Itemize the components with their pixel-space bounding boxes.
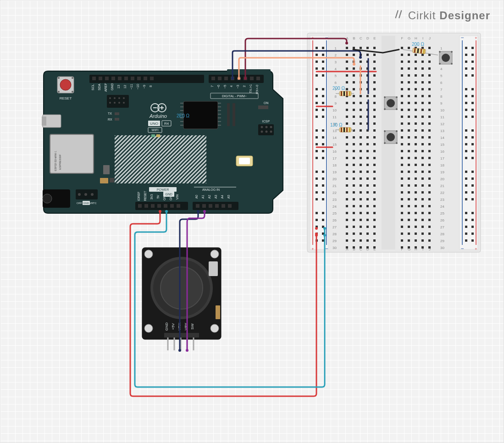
svg-rect-589 [421,239,424,242]
svg-rect-456 [415,164,417,166]
svg-point-95 [114,97,116,99]
svg-rect-354 [353,109,355,111]
svg-text:11: 11 [440,115,444,119]
svg-rect-438 [353,157,355,159]
svg-rect-161 [322,102,324,104]
svg-rect-597 [373,246,376,249]
svg-rect-397 [421,129,424,132]
pin-reset: RESET [144,191,147,201]
svg-rect-636 [343,127,345,132]
svg-rect-25 [250,77,254,80]
svg-text:23: 23 [440,198,444,202]
svg-text:30: 30 [440,246,444,250]
svg-rect-629 [341,91,342,96]
svg-rect-468 [415,171,417,173]
svg-rect-373 [421,116,424,118]
svg-rect-428 [366,150,369,152]
svg-rect-321 [373,88,376,90]
svg-rect-210 [465,198,467,200]
pin-3v3: 3V3 [150,194,153,199]
svg-rect-463 [360,171,362,173]
svg-rect-178 [465,136,467,138]
svg-rect-419 [408,143,410,145]
bb-col-b: B [353,36,355,40]
svg-rect-571 [360,233,362,235]
svg-rect-487 [360,184,362,187]
svg-rect-159 [471,95,474,97]
svg-text:16: 16 [440,150,444,154]
svg-rect-155 [471,88,474,90]
svg-rect-527 [408,205,410,207]
svg-point-607 [439,63,441,65]
svg-rect-499 [360,191,362,194]
svg-point-612 [396,96,398,98]
svg-rect-318 [353,88,355,90]
svg-point-6 [72,77,73,79]
svg-rect-154 [465,88,467,90]
svg-rect-581 [346,239,348,242]
svg-text:30: 30 [332,246,337,250]
svg-rect-276 [415,61,417,63]
svg-rect-502 [401,191,403,194]
svg-rect-481 [421,177,424,180]
pin-sda: SDA [98,83,101,90]
svg-rect-403 [360,136,362,138]
svg-rect-162 [465,102,467,104]
svg-point-613 [384,108,386,110]
power-rail-left: + − + − [310,34,328,252]
svg-rect-552 [415,219,417,221]
espressif-label: ESPRESSIF [59,154,61,170]
svg-rect-510 [353,198,355,200]
svg-rect-494 [428,184,431,187]
arduino-uno-r4[interactable]: RESET SCL SDA AREF GND 13 12 ~11 ~10 ~9 … [42,69,283,213]
svg-rect-449 [346,164,348,166]
svg-text:10: 10 [332,108,337,112]
svg-rect-469 [421,171,424,173]
svg-text:20: 20 [332,177,337,181]
svg-rect-160 [316,102,318,104]
svg-rect-409 [421,136,424,138]
pin-10: ~10 [136,84,139,89]
svg-rect-206 [465,191,467,194]
svg-rect-323 [408,88,410,90]
svg-rect-638 [349,127,350,132]
svg-rect-637 [346,127,348,132]
svg-rect-430 [401,150,403,152]
svg-rect-418 [401,143,403,145]
svg-rect-111 [216,305,220,319]
svg-rect-489 [373,184,376,187]
svg-point-104 [144,324,153,332]
svg-rect-345 [373,102,376,104]
svg-rect-217 [322,219,324,221]
svg-rect-474 [353,177,355,180]
svg-rect-357 [373,109,376,111]
reset-button[interactable] [57,77,74,93]
svg-point-98 [109,102,111,104]
svg-rect-371 [408,116,410,118]
svg-rect-503 [408,191,410,194]
svg-rect-299 [408,74,410,77]
push-button-1[interactable] [439,51,453,65]
svg-rect-30 [151,204,155,208]
svg-rect-278 [428,61,431,63]
joystick-module[interactable]: GND +5V VRX VRY SW [142,248,221,350]
svg-rect-85 [239,158,250,164]
svg-rect-348 [415,102,417,104]
svg-rect-205 [322,191,324,194]
svg-rect-148 [316,74,318,77]
digital-pwm-label: DIGITAL - PWM~ [222,94,247,98]
push-button-2[interactable] [384,96,398,110]
svg-text:+: + [475,36,477,40]
svg-text:18: 18 [440,163,444,167]
svg-rect-529 [421,205,424,207]
svg-text:28: 28 [440,232,444,236]
svg-rect-398 [428,129,431,132]
pin-9: ~9 [143,85,146,89]
svg-text:+: + [311,247,314,251]
svg-text:8: 8 [335,94,337,99]
svg-rect-523 [360,205,362,207]
joy-pin-gnd: GND [165,322,169,331]
svg-point-75 [261,131,263,133]
svg-point-72 [261,126,263,128]
push-button-3[interactable] [384,130,398,144]
